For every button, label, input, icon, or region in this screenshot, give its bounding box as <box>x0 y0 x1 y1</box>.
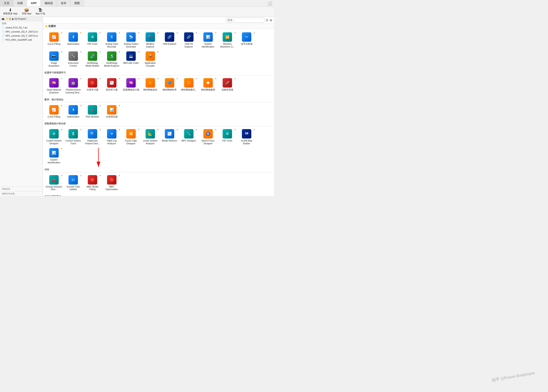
app-item[interactable]: 🔴MBC Optimization★ <box>102 174 121 192</box>
star-badge[interactable]: ★ <box>215 128 217 131</box>
app-item[interactable]: 📉Model Reducer★ <box>160 128 179 146</box>
file-item[interactable]: 📄 control_PCS_PQ_T.slx <box>0 26 43 30</box>
app-item[interactable]: ⬆Optimization★ <box>64 104 83 120</box>
app-item[interactable]: 📊分布拟合器★ <box>102 104 121 120</box>
app-item[interactable]: 🔀Fuzzy Logic Designer★ <box>122 128 140 146</box>
app-item[interactable]: 🔴MBC Model Fitting★ <box>83 174 102 192</box>
app-item[interactable]: 📶Wireless Waveform G...★ <box>218 31 237 49</box>
star-badge[interactable]: ★ <box>234 31 236 34</box>
app-item[interactable]: 🧠Deep Network Quantizer★ <box>45 77 63 95</box>
star-badge[interactable]: ★ <box>61 128 63 131</box>
star-badge[interactable]: ★ <box>61 50 63 53</box>
app-item[interactable]: 🏷Ground Truth Labeler★ <box>64 174 83 192</box>
star-badge[interactable]: ★ <box>253 128 255 131</box>
star-badge[interactable]: ★ <box>253 31 255 34</box>
star-badge[interactable]: ★ <box>176 31 178 34</box>
star-badge[interactable]: ★ <box>61 174 63 177</box>
app-item[interactable]: 〜信号分析器★ <box>237 31 256 49</box>
app-item[interactable]: ⬡神经网络模式...★ <box>179 77 198 95</box>
app-item[interactable]: 🎚Analog Input Recorder★ <box>102 31 121 49</box>
star-badge[interactable]: ★ <box>99 31 101 34</box>
app-item[interactable]: 🧿Neuro-Fuzzy Designer★ <box>199 128 217 146</box>
app-item[interactable]: 📷Image Acquisition★ <box>45 50 63 69</box>
app-item[interactable]: 📉回归学习器★ <box>102 77 121 95</box>
app-item[interactable]: 🔴分类学习器★ <box>83 77 102 95</box>
app-item[interactable]: 🚗Driving Scenario Desi...★ <box>45 174 63 192</box>
star-badge[interactable]: ★ <box>157 50 159 53</box>
app-item[interactable]: ⬆Optimization★ <box>64 31 83 49</box>
app-item[interactable]: 🔗CAN FD Explorer★ <box>179 31 198 49</box>
star-badge[interactable]: ★ <box>118 104 120 107</box>
star-badge[interactable]: ★ <box>176 77 178 80</box>
tab-home[interactable]: 主页 <box>0 0 14 7</box>
star-badge[interactable]: ★ <box>138 31 140 34</box>
star-badge[interactable]: ★ <box>118 128 120 131</box>
star-badge[interactable]: ★ <box>61 77 63 80</box>
app-item[interactable]: 📊System Identification★ <box>45 147 63 165</box>
star-badge[interactable]: ★ <box>176 128 178 131</box>
list-view-icon[interactable]: ☰ <box>266 18 268 22</box>
app-item[interactable]: ⬢神经网络聚类★ <box>199 77 217 95</box>
star-badge[interactable]: ★ <box>138 50 140 53</box>
app-item[interactable]: ⚙Control System Designer★ <box>45 128 63 146</box>
star-badge[interactable]: ★ <box>118 50 120 53</box>
app-item[interactable]: 🔧Instrument Control★ <box>64 50 83 69</box>
star-badge[interactable]: ★ <box>61 104 63 107</box>
app-item[interactable]: 🔧MPC Designer★ <box>179 128 198 146</box>
star-badge[interactable]: ★ <box>118 77 120 80</box>
star-badge[interactable]: ★ <box>215 77 217 80</box>
star-badge[interactable]: ★ <box>118 174 120 177</box>
window-controls[interactable]: ⬜ <box>266 0 274 7</box>
star-badge[interactable]: ★ <box>157 31 159 34</box>
star-badge[interactable]: ★ <box>157 128 159 131</box>
star-badge[interactable]: ★ <box>138 128 140 131</box>
app-item[interactable]: ✈Flight Log Analyzer★ <box>102 128 121 146</box>
star-badge[interactable]: ★ <box>80 31 82 34</box>
star-badge[interactable]: ★ <box>99 128 101 131</box>
app-item[interactable]: 📡Analog Output Generator★ <box>122 31 140 49</box>
star-badge[interactable]: ★ <box>118 31 120 34</box>
star-badge[interactable]: ★ <box>195 77 198 80</box>
app-item[interactable]: 📦Application Compiler★ <box>141 50 160 69</box>
app-item[interactable]: 🗺SLAM Map Builder★ <box>237 128 256 146</box>
app-item[interactable]: 🔬SimBiology Model Analyzer★ <box>102 50 121 69</box>
app-item[interactable]: 🧬SimBiology Model Builder★ <box>83 50 102 69</box>
app-item[interactable]: 🧪试验管理器★ <box>218 77 237 95</box>
star-badge[interactable]: ★ <box>80 128 82 131</box>
app-item[interactable]: 🔶神经网络拟合★ <box>141 77 160 95</box>
star-badge[interactable]: ★ <box>215 31 217 34</box>
star-badge[interactable]: ★ <box>195 128 198 131</box>
star-badge[interactable]: ★ <box>61 31 63 34</box>
app-item[interactable]: ⚙PID Tuner★ <box>218 128 237 146</box>
search-input[interactable] <box>226 18 264 22</box>
star-badge[interactable]: ★ <box>80 174 82 177</box>
star-badge[interactable]: ★ <box>99 77 101 80</box>
app-item[interactable]: 📈Curve Fitting★ <box>45 104 63 120</box>
tab-view[interactable]: 视图 <box>70 0 84 7</box>
app-item[interactable]: 📊System Identification★ <box>199 31 217 49</box>
star-badge[interactable]: ★ <box>61 147 63 150</box>
file-item[interactable]: 📄 NPC_converter_DQ_P_150712.m <box>0 34 43 38</box>
nav-arrows[interactable]: ◀▶ <box>1 18 5 20</box>
tab-draw[interactable]: 绘图 <box>14 0 27 7</box>
star-badge[interactable]: ★ <box>157 77 159 80</box>
app-item[interactable]: 🔷神经网络时序★ <box>160 77 179 95</box>
star-badge[interactable]: ★ <box>99 104 101 107</box>
app-item[interactable]: ⚙PID Tuner★ <box>83 31 102 49</box>
app-item[interactable]: 🤖Reinforcement Learning Desi...★ <box>64 77 83 95</box>
star-badge[interactable]: ★ <box>80 50 82 53</box>
app-item[interactable]: 🔗CAN Explorer★ <box>160 31 179 49</box>
app-item[interactable]: 🧠深度网络设计器★ <box>122 77 140 95</box>
tab-publish[interactable]: 发布 <box>57 0 70 7</box>
star-badge[interactable]: ★ <box>234 128 236 131</box>
star-badge[interactable]: ★ <box>80 77 82 80</box>
app-item[interactable]: 🔺PDE Modeler★ <box>83 104 102 120</box>
star-badge[interactable]: ★ <box>138 77 140 80</box>
grid-view-icon[interactable]: ⊞ <box>270 18 272 22</box>
toolbar-more-apps[interactable]: ⬇ 获取更多 App <box>2 7 19 16</box>
app-item[interactable]: 🔌Modbus Explorer★ <box>141 31 160 49</box>
star-badge[interactable]: ★ <box>195 31 198 34</box>
file-item[interactable]: 📄 NPC_converter_DQ_P_150712.m <box>0 30 43 34</box>
app-item[interactable]: 📈Curve Fitting★ <box>45 31 63 49</box>
star-badge[interactable]: ★ <box>80 104 82 107</box>
